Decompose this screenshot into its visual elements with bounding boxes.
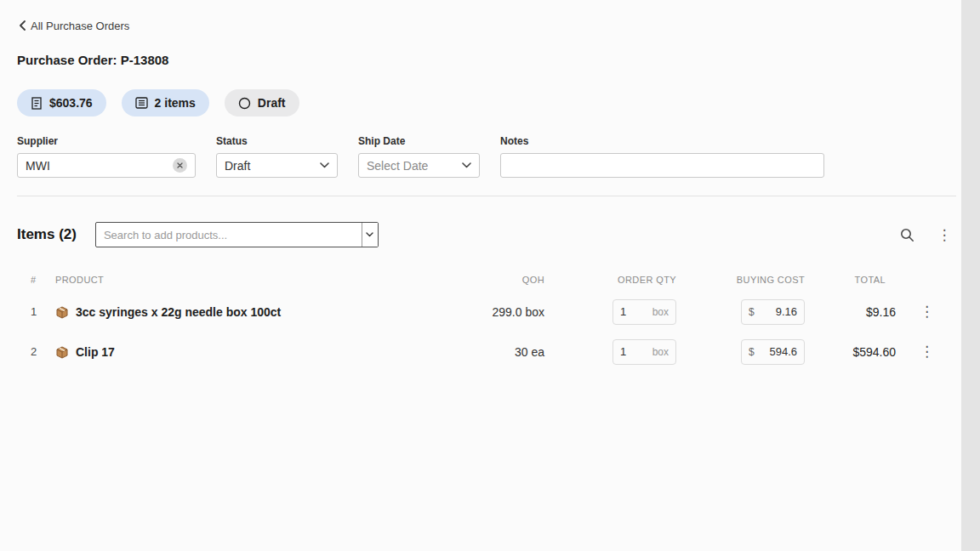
product-search-combo — [95, 222, 379, 247]
ship-date-field: Ship Date Select Date — [358, 135, 480, 178]
chevron-down-icon — [320, 162, 329, 168]
buying-cost-cell: $ 594.6 — [676, 339, 805, 365]
qoh-value: 299.0 box — [459, 305, 544, 319]
row-total: $9.16 — [805, 305, 897, 319]
product-cell: 3cc syringes x 22g needle box 100ct — [47, 305, 459, 319]
status-select[interactable]: Draft — [216, 153, 338, 178]
col-header-buying-cost: BUYING COST — [676, 275, 805, 285]
status-badge: Draft — [225, 89, 299, 116]
qoh-value: 30 ea — [459, 345, 544, 359]
items-table: # PRODUCT QOH ORDER QTY BUYING COST TOTA… — [17, 268, 956, 372]
supplier-value: MWI — [26, 159, 50, 173]
col-header-total: TOTAL — [805, 275, 897, 285]
order-qty-input[interactable]: 1 box — [612, 339, 676, 365]
product-search-dropdown-button[interactable] — [362, 223, 378, 247]
total-amount-label: $603.76 — [49, 96, 93, 110]
col-header-num: # — [17, 275, 47, 285]
status-badge-label: Draft — [258, 96, 286, 110]
currency-symbol: $ — [749, 306, 755, 318]
section-divider — [17, 196, 956, 196]
row-total: $594.60 — [805, 345, 897, 359]
row-actions: ⋮ — [897, 340, 956, 364]
search-icon — [900, 228, 914, 242]
chevron-down-icon — [366, 232, 373, 237]
items-section-title: Items (2) — [17, 226, 77, 243]
supplier-field: Supplier MWI — [17, 135, 196, 178]
product-cell: Clip 17 — [47, 345, 459, 359]
items-count-label: 2 items — [155, 96, 196, 110]
ship-date-label: Ship Date — [358, 135, 480, 147]
status-field: Status Draft — [216, 135, 338, 178]
col-header-order-qty: ORDER QTY — [544, 275, 676, 285]
buying-cost-input[interactable]: $ 594.6 — [741, 339, 805, 365]
kebab-icon: ⋮ — [920, 304, 934, 319]
product-name[interactable]: 3cc syringes x 22g needle box 100ct — [76, 305, 281, 319]
status-label: Status — [216, 135, 338, 147]
row-menu-button[interactable]: ⋮ — [915, 340, 939, 364]
order-qty-cell: 1 box — [544, 339, 676, 365]
table-header-row: # PRODUCT QOH ORDER QTY BUYING COST TOTA… — [17, 268, 956, 292]
order-qty-input[interactable]: 1 box — [612, 299, 676, 325]
buying-cost-input[interactable]: $ 9.16 — [741, 299, 805, 325]
items-section-header: Items (2) ⋮ — [17, 222, 956, 247]
items-menu-button[interactable]: ⋮ — [932, 223, 956, 247]
notes-input[interactable] — [500, 153, 824, 178]
items-count-badge: 2 items — [122, 89, 209, 116]
row-number: 2 — [17, 345, 47, 358]
status-select-value: Draft — [225, 159, 250, 173]
col-header-product: PRODUCT — [47, 275, 459, 285]
row-number: 1 — [17, 305, 47, 318]
product-name[interactable]: Clip 17 — [76, 345, 115, 359]
back-link[interactable]: All Purchase Orders — [19, 20, 129, 32]
buying-cost-value: 594.6 — [769, 345, 797, 358]
row-actions: ⋮ — [897, 300, 956, 324]
table-row: 1 3cc syringes x 22g needle box 100ct 29… — [17, 292, 956, 332]
page-title: Purchase Order: P-13808 — [17, 53, 956, 67]
summary-badges: $603.76 2 items Draft — [17, 89, 956, 116]
notes-field: Notes — [500, 135, 824, 178]
order-qty-unit: box — [652, 346, 669, 358]
total-amount-badge: $603.76 — [17, 89, 106, 116]
product-search-input[interactable] — [96, 223, 362, 247]
row-menu-button[interactable]: ⋮ — [915, 300, 939, 324]
package-icon — [55, 345, 69, 359]
table-row: 2 Clip 17 30 ea 1 box $ 594.6 — [17, 332, 956, 372]
kebab-icon: ⋮ — [920, 344, 934, 359]
search-items-button[interactable] — [895, 223, 919, 247]
chevron-down-icon — [462, 162, 471, 168]
buying-cost-value: 9.16 — [776, 305, 797, 318]
ship-date-select[interactable]: Select Date — [358, 153, 480, 178]
main-content: All Purchase Orders Purchase Order: P-13… — [0, 0, 961, 551]
chevron-left-icon — [19, 20, 26, 31]
kebab-icon: ⋮ — [937, 228, 952, 242]
clear-supplier-button[interactable] — [173, 158, 187, 173]
col-header-qoh: QOH — [459, 275, 544, 285]
ship-date-select-value: Select Date — [367, 159, 428, 173]
notes-label: Notes — [500, 135, 824, 147]
purchase-order-page: All Purchase Orders Purchase Order: P-13… — [0, 0, 980, 551]
supplier-input[interactable]: MWI — [17, 153, 196, 178]
buying-cost-cell: $ 9.16 — [676, 299, 805, 325]
currency-symbol: $ — [749, 346, 755, 358]
order-qty-value: 1 — [620, 305, 626, 318]
list-icon — [135, 97, 148, 109]
order-details-form: Supplier MWI Status Draft Ship Date — [17, 135, 956, 178]
supplier-label: Supplier — [17, 135, 196, 147]
package-icon — [55, 305, 69, 319]
back-link-label: All Purchase Orders — [31, 20, 129, 32]
receipt-icon — [31, 97, 43, 110]
close-icon — [177, 162, 183, 168]
order-qty-cell: 1 box — [544, 299, 676, 325]
status-circle-icon — [238, 97, 251, 110]
order-qty-value: 1 — [620, 345, 626, 358]
order-qty-unit: box — [652, 306, 669, 318]
scrollbar-track[interactable] — [961, 0, 980, 551]
